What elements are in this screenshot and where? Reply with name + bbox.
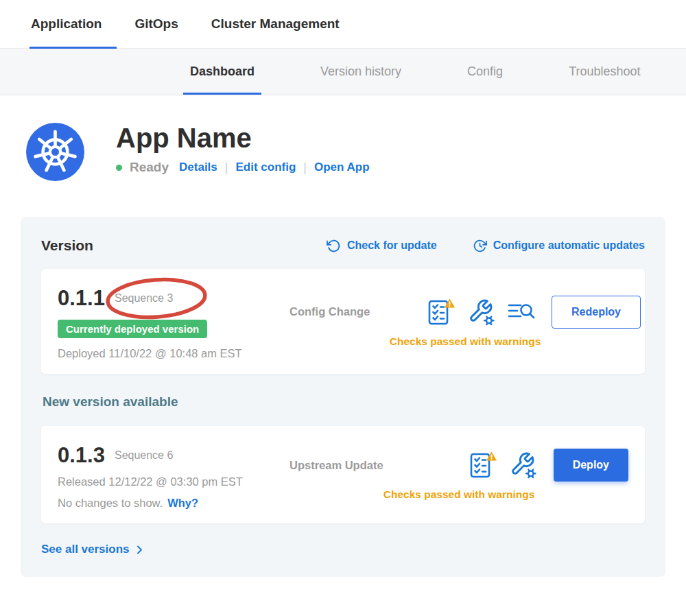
new-version-card: 0.1.3 Sequence 6 Released 12/12/22 @ 03:… bbox=[41, 426, 645, 523]
new-version-info: 0.1.3 Sequence 6 Released 12/12/22 @ 03:… bbox=[58, 440, 289, 510]
version-line: 0.1.1 Sequence 3 bbox=[58, 283, 289, 314]
change-type-label: Upstream Update bbox=[289, 459, 427, 472]
new-version-heading: New version available bbox=[43, 394, 643, 410]
tab-config[interactable]: Config bbox=[467, 49, 503, 95]
edit-config-wrench-icon[interactable] bbox=[510, 451, 537, 479]
no-changes-row: No changes to show. Why? bbox=[58, 497, 289, 510]
version-action-icons bbox=[427, 298, 535, 327]
secondary-nav: Dashboard Version history Config Trouble… bbox=[0, 49, 686, 95]
tab-gitops[interactable]: GitOps bbox=[134, 0, 178, 48]
preflight-checks-icon[interactable] bbox=[469, 451, 497, 479]
version-panel: Version Check for update bbox=[21, 217, 665, 577]
page-title: App Name bbox=[116, 123, 370, 153]
version-action-icons bbox=[469, 451, 537, 479]
edit-config-wrench-icon[interactable] bbox=[468, 298, 495, 326]
current-version-details: Config Change bbox=[289, 296, 641, 348]
version-panel-actions: Check for update Configure automatic upd… bbox=[327, 239, 645, 253]
current-version-number: 0.1.1 bbox=[58, 286, 105, 311]
preflight-checks-icon[interactable] bbox=[427, 298, 456, 327]
edit-config-link[interactable]: Edit config bbox=[235, 161, 296, 174]
current-version-sequence: Sequence 3 bbox=[115, 292, 173, 305]
see-all-versions-link[interactable]: See all versions bbox=[41, 543, 145, 556]
app-header: App Name Ready Details | Edit config | O… bbox=[0, 95, 686, 181]
checks-status-text: Checks passed with warnings bbox=[289, 488, 628, 501]
status-label: Ready bbox=[130, 160, 169, 175]
currently-deployed-badge: Currently deployed version bbox=[58, 320, 207, 338]
admin-console-page: Application GitOps Cluster Management Da… bbox=[0, 0, 686, 616]
primary-nav: Application GitOps Cluster Management bbox=[0, 0, 686, 49]
checks-status-text: Checks passed with warnings bbox=[289, 335, 641, 348]
version-heading: Version bbox=[41, 237, 93, 254]
divider: | bbox=[225, 161, 228, 175]
new-version-sequence: Sequence 6 bbox=[115, 449, 173, 462]
refresh-icon bbox=[327, 239, 341, 253]
open-app-link[interactable]: Open App bbox=[314, 161, 370, 174]
redeploy-button[interactable]: Redeploy bbox=[552, 296, 641, 329]
version-line: 0.1.3 Sequence 6 bbox=[58, 440, 289, 471]
divider: | bbox=[303, 161, 307, 175]
tab-dashboard[interactable]: Dashboard bbox=[190, 49, 255, 95]
tab-cluster-management[interactable]: Cluster Management bbox=[211, 0, 340, 48]
new-version-number: 0.1.3 bbox=[58, 443, 105, 468]
why-link[interactable]: Why? bbox=[167, 497, 198, 510]
auto-update-clock-icon bbox=[473, 239, 487, 253]
no-changes-text: No changes to show. bbox=[58, 497, 163, 510]
version-panel-header: Version Check for update bbox=[41, 237, 645, 254]
configure-auto-updates-label: Configure automatic updates bbox=[493, 239, 645, 252]
tab-application[interactable]: Application bbox=[31, 0, 102, 48]
deployed-timestamp: Deployed 11/10/22 @ 10:48 am EST bbox=[58, 347, 289, 360]
check-for-update-link[interactable]: Check for update bbox=[327, 239, 437, 253]
check-for-update-label: Check for update bbox=[347, 239, 437, 252]
kubernetes-logo bbox=[26, 123, 84, 181]
current-version-info: 0.1.1 Sequence 3 Currently deployed vers… bbox=[58, 283, 289, 360]
change-type-label: Config Change bbox=[289, 305, 427, 318]
view-files-icon[interactable] bbox=[508, 300, 535, 324]
deploy-button[interactable]: Deploy bbox=[554, 449, 628, 482]
new-version-details: Upstream Update bbox=[289, 449, 628, 501]
see-all-versions-label: See all versions bbox=[41, 543, 130, 556]
details-link[interactable]: Details bbox=[179, 161, 217, 174]
tab-version-history[interactable]: Version history bbox=[320, 49, 401, 95]
configure-auto-updates-link[interactable]: Configure automatic updates bbox=[473, 239, 645, 253]
status-row: Ready Details | Edit config | Open App bbox=[116, 160, 370, 175]
current-version-card: 0.1.1 Sequence 3 Currently deployed vers… bbox=[41, 269, 645, 374]
tab-troubleshoot[interactable]: Troubleshoot bbox=[569, 49, 640, 95]
chevron-right-icon bbox=[134, 545, 145, 555]
released-timestamp: Released 12/12/22 @ 03:30 pm EST bbox=[58, 475, 289, 488]
ready-status-dot bbox=[116, 165, 122, 171]
